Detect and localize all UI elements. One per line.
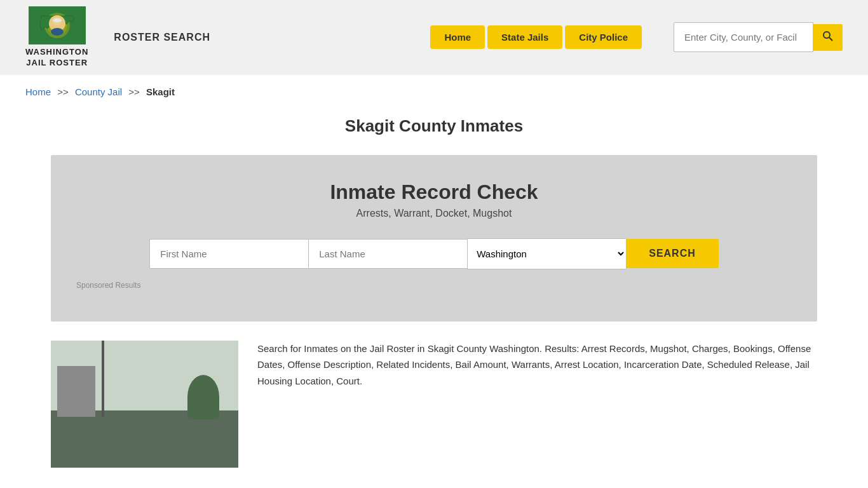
header-search-button[interactable] <box>813 24 843 51</box>
inmate-search-button[interactable]: SEARCH <box>626 239 719 268</box>
first-name-input[interactable] <box>149 239 308 269</box>
washington-flag-icon <box>29 6 86 44</box>
site-header: WASHINGTON JAIL ROSTER ROSTER SEARCH Hom… <box>0 0 868 75</box>
search-icon <box>822 30 834 42</box>
record-check-subtitle: Arrests, Warrant, Docket, Mugshot <box>76 208 792 219</box>
record-check-container: Inmate Record Check Arrests, Warrant, Do… <box>51 155 817 322</box>
main-nav: Home State Jails City Police <box>430 25 642 49</box>
svg-point-6 <box>53 18 62 22</box>
last-name-input[interactable] <box>308 239 467 269</box>
svg-point-4 <box>51 28 64 36</box>
site-logo[interactable]: WASHINGTON JAIL ROSTER <box>25 6 88 69</box>
svg-line-8 <box>829 37 832 41</box>
logo-text: WASHINGTON JAIL ROSTER <box>25 47 88 69</box>
inmate-search-form: Washington Alabama Alaska Arizona Califo… <box>76 238 792 269</box>
roster-search-label: ROSTER SEARCH <box>114 32 210 43</box>
home-nav-button[interactable]: Home <box>430 25 485 49</box>
header-search-area <box>674 22 843 52</box>
description-text: Search for Inmates on the Jail Roster in… <box>257 341 817 390</box>
sponsored-label: Sponsored Results <box>76 281 792 290</box>
location-image <box>51 341 238 468</box>
breadcrumb-current: Skagit <box>146 86 175 97</box>
breadcrumb-county-jail-link[interactable]: County Jail <box>75 86 122 97</box>
page-title: Skagit County Inmates <box>0 116 868 136</box>
bottom-section: Search for Inmates on the Jail Roster in… <box>0 322 868 487</box>
record-check-title: Inmate Record Check <box>76 180 792 204</box>
breadcrumb-sep-2: >> <box>128 86 140 97</box>
state-jails-nav-button[interactable]: State Jails <box>487 25 562 49</box>
breadcrumb: Home >> County Jail >> Skagit <box>0 75 868 104</box>
breadcrumb-sep-1: >> <box>57 86 69 97</box>
city-police-nav-button[interactable]: City Police <box>565 25 642 49</box>
header-search-input[interactable] <box>674 22 813 52</box>
state-select[interactable]: Washington Alabama Alaska Arizona Califo… <box>467 238 626 269</box>
svg-point-7 <box>824 32 830 38</box>
breadcrumb-home-link[interactable]: Home <box>25 86 51 97</box>
